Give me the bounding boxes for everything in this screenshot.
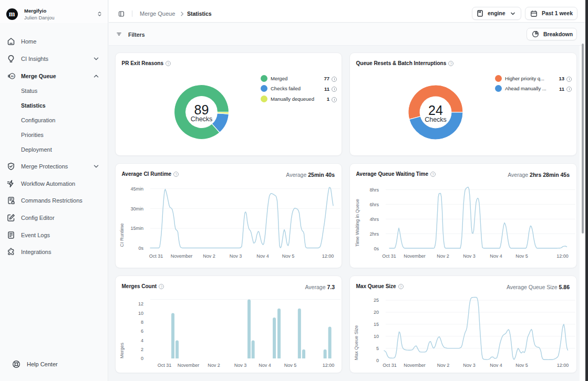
svg-text:Checks: Checks: [191, 115, 213, 123]
svg-text:4: 4: [141, 338, 143, 343]
svg-text:Oct 31: Oct 31: [382, 253, 396, 259]
svg-text:4hrs: 4hrs: [369, 217, 379, 222]
svg-text:November: November: [404, 253, 426, 259]
svg-text:6hrs: 6hrs: [369, 202, 379, 207]
svg-text:10: 10: [138, 311, 143, 316]
svg-text:Checks: Checks: [425, 116, 447, 123]
svg-text:0s: 0s: [138, 246, 143, 251]
svg-text:0: 0: [141, 356, 143, 361]
svg-text:m: m: [11, 75, 14, 78]
svg-text:Nov 4: Nov 4: [256, 253, 269, 259]
svg-text:20: 20: [374, 310, 379, 315]
svg-text:Nov 2: Nov 2: [437, 253, 449, 259]
svg-text:25: 25: [374, 298, 379, 303]
svg-text:30min: 30min: [130, 206, 143, 211]
svg-text:Max Queue Size: Max Queue Size: [354, 325, 359, 361]
svg-text:Nov 5: Nov 5: [515, 363, 528, 368]
svg-text:2: 2: [141, 347, 143, 352]
svg-text:24: 24: [428, 103, 443, 118]
svg-text:November: November: [178, 363, 200, 368]
svg-text:Nov 5: Nov 5: [284, 363, 297, 368]
svg-text:Nov 2: Nov 2: [437, 363, 450, 368]
svg-text:5: 5: [376, 346, 379, 351]
svg-text:Nov 3: Nov 3: [234, 363, 247, 368]
svg-text:CI Runtime: CI Runtime: [119, 223, 125, 247]
svg-text:12:00: 12:00: [557, 363, 569, 368]
svg-text:Nov 3: Nov 3: [463, 363, 476, 368]
svg-text:Oct 31: Oct 31: [383, 363, 397, 368]
svg-text:Nov 4: Nov 4: [490, 363, 502, 368]
svg-text:Nov 4: Nov 4: [490, 253, 502, 259]
svg-text:November: November: [404, 363, 426, 368]
svg-text:Nov 2: Nov 2: [203, 253, 215, 259]
svg-text:0s: 0s: [374, 246, 379, 251]
svg-text:10: 10: [374, 334, 379, 339]
svg-text:6: 6: [141, 329, 143, 334]
svg-text:89: 89: [194, 102, 209, 117]
svg-text:Nov 3: Nov 3: [463, 253, 476, 259]
svg-text:Nov 5: Nov 5: [515, 253, 528, 259]
svg-text:15: 15: [374, 322, 379, 327]
svg-text:8hrs: 8hrs: [369, 187, 379, 193]
svg-text:15min: 15min: [130, 226, 143, 231]
svg-text:Oct 31: Oct 31: [158, 363, 172, 368]
svg-text:Time Waiting in Queue: Time Waiting in Queue: [355, 199, 360, 247]
svg-text:12: 12: [138, 301, 143, 306]
svg-text:Nov 5: Nov 5: [282, 253, 295, 259]
svg-text:0: 0: [376, 358, 379, 363]
svg-text:12:00: 12:00: [323, 363, 335, 368]
svg-text:45min: 45min: [130, 186, 143, 192]
svg-text:2hrs: 2hrs: [369, 231, 379, 237]
svg-text:Merges: Merges: [119, 342, 125, 358]
svg-text:November: November: [171, 253, 193, 259]
svg-text:12:00: 12:00: [556, 253, 569, 259]
svg-text:Nov 3: Nov 3: [230, 253, 242, 259]
svg-text:Nov 2: Nov 2: [208, 363, 220, 368]
svg-text:8: 8: [141, 320, 143, 325]
svg-text:12:00: 12:00: [322, 253, 334, 259]
svg-text:Nov 4: Nov 4: [259, 363, 271, 368]
svg-text:Oct 31: Oct 31: [149, 253, 163, 259]
